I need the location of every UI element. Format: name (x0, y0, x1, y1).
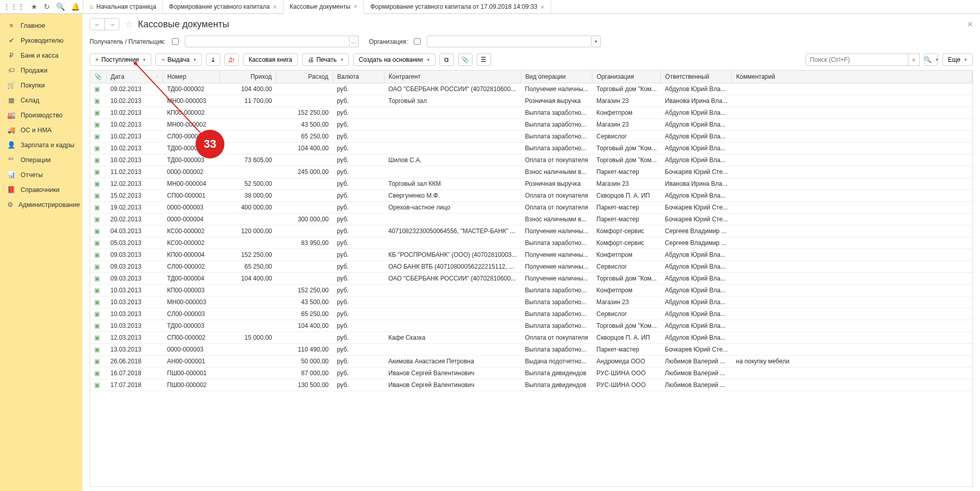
table-row[interactable]: ▣12.02.2013МН00-00000452 500,00руб.Торго… (90, 178, 972, 190)
history-icon[interactable]: ↻ (44, 3, 50, 11)
table-wrap[interactable]: 📎 Дата↓ Номер Приход Расход Валюта Контр… (90, 70, 973, 487)
print-button[interactable]: 🖨 Печать▾ (302, 54, 349, 66)
table-row[interactable]: ▣10.02.2013СЛ00-00000265 250,00руб.Выпла… (90, 131, 972, 143)
table-row[interactable]: ▣11.02.20130000-000002245 000,00руб.Взно… (90, 166, 972, 178)
tab[interactable]: ⌂Начальная страница (83, 0, 163, 13)
sidebar-item[interactable]: ✔Руководителю (0, 33, 82, 48)
table-row[interactable]: ▣10.03.2013МН00-00000343 500,00руб.Выпла… (90, 296, 972, 308)
notifications-icon[interactable]: 🔔 (71, 3, 80, 11)
col-date[interactable]: Дата↓ (107, 71, 163, 83)
table-row[interactable]: ▣10.02.2013ТД00-00000373 605,00руб.Шилов… (90, 154, 972, 166)
table-row[interactable]: ▣20.02.20130000-000004300 000,00руб.Взно… (90, 214, 972, 225)
table-row[interactable]: ▣09.03.2013КП00-000004152 250,00руб.КБ "… (90, 249, 972, 261)
table-row[interactable]: ▣09.02.2013ТД00-000002104 400,00руб.ОАО … (90, 83, 972, 95)
col-attach[interactable]: 📎 (90, 71, 107, 83)
payer-label: Получатель / Плательщик: (90, 38, 166, 45)
col-outcome[interactable]: Расход (276, 71, 333, 83)
sidebar-item[interactable]: 👤Зарплата и кадры (0, 137, 82, 152)
col-organization[interactable]: Организация (592, 71, 661, 83)
sidebar-label: Покупки (21, 82, 45, 89)
receipt-button[interactable]: +Поступление▾ (90, 54, 151, 66)
search-input[interactable] (806, 54, 908, 66)
more-label: Еще (948, 56, 960, 63)
star-icon[interactable]: ☆ (125, 19, 133, 30)
tab[interactable]: Формирование уставного капитала× (163, 0, 283, 13)
sidebar-icon: ₽ (7, 51, 15, 59)
table-row[interactable]: ▣09.03.2013ТД00-000004104 400,00руб.ОАО … (90, 273, 972, 285)
tab-close-icon[interactable]: × (540, 3, 545, 11)
table-row[interactable]: ▣10.03.2013КП00-000003152 250,00руб.Выпл… (90, 285, 972, 296)
attach-button[interactable]: 📎 (458, 54, 472, 66)
sidebar-icon: 🚚 (7, 126, 15, 134)
load-button[interactable]: ⤓ (206, 54, 220, 66)
sidebar-item[interactable]: 🏷Продажи (0, 63, 82, 78)
apps-icon[interactable]: ⋮⋮⋮ (3, 3, 25, 11)
col-operation[interactable]: Вид операции (521, 71, 592, 83)
col-income[interactable]: Приход (220, 71, 276, 83)
more-button[interactable]: Еще▾ (942, 54, 973, 66)
table-row[interactable]: ▣10.02.2013ТД00-000002104 400,00руб.Выпл… (90, 143, 972, 154)
sidebar-item[interactable]: 📊Отчеты (0, 167, 82, 182)
close-page-button[interactable]: × (967, 19, 973, 30)
create-based-button[interactable]: Создать на основании▾ (353, 54, 435, 66)
payer-checkbox[interactable] (172, 38, 179, 45)
doc-status-icon: ▣ (94, 346, 100, 353)
sidebar-item[interactable]: 🛒Покупки (0, 78, 82, 93)
tab[interactable]: Кассовые документы× (284, 0, 364, 14)
table-row[interactable]: ▣13.03.20130000-000003110 490,00руб.Выпл… (90, 344, 972, 356)
table-row[interactable]: ▣05.03.2013КС00-00000283 950,00руб.Выпла… (90, 237, 972, 249)
doc-status-icon: ▣ (94, 239, 100, 247)
sidebar-item[interactable]: ▦Склад (0, 93, 82, 108)
structure-button[interactable]: ⧉ (440, 54, 454, 66)
payer-input[interactable] (185, 36, 349, 47)
tab[interactable]: Формирование уставного капитала от 17.09… (364, 0, 551, 13)
search-clear-button[interactable]: × (908, 54, 920, 66)
payer-more-button[interactable]: … (349, 36, 359, 47)
favorite-icon[interactable]: ★ (31, 3, 38, 11)
sidebar-label: Склад (21, 97, 39, 104)
col-responsible[interactable]: Ответственный (661, 71, 732, 83)
col-agent[interactable]: Контрагент (384, 71, 521, 83)
table-row[interactable]: ▣10.03.2013ТД00-000003104 400,00руб.Выпл… (90, 320, 972, 332)
issue-button[interactable]: −Выдача▾ (155, 54, 202, 66)
sidebar-item[interactable]: 📕Справочники (0, 182, 82, 197)
cashbook-button[interactable]: Кассовая книга (243, 54, 298, 66)
sidebar-item[interactable]: ⚙Администрирование (0, 197, 82, 212)
sidebar-icon: ▦ (7, 96, 15, 104)
dtkt-button[interactable]: Дт (224, 54, 239, 66)
sidebar-icon: 📕 (7, 186, 15, 194)
table-row[interactable]: ▣26.06.2018АН00-00000150 000,00руб.Акимо… (90, 356, 972, 367)
col-currency[interactable]: Валюта (333, 71, 384, 83)
tab-close-icon[interactable]: × (354, 3, 358, 10)
table-row[interactable]: ▣16.07.2018ПШ00-00000187 000,00руб.Ивано… (90, 367, 972, 379)
org-input[interactable] (427, 36, 591, 47)
table-row[interactable]: ▣04.03.2013КС00-000002120 000,00руб.4071… (90, 225, 972, 237)
col-comment[interactable]: Комментарий (732, 71, 972, 83)
sidebar-item[interactable]: 🚚ОС и НМА (0, 122, 82, 137)
table-row[interactable]: ▣17.07.2018ПШ00-000002130 500,00руб.Иван… (90, 379, 972, 391)
tab-close-icon[interactable]: × (273, 3, 277, 11)
sidebar-item[interactable]: ᴬᵏОперации (0, 152, 82, 167)
table-row[interactable]: ▣09.03.2013СЛ00-00000265 250,00руб.ОАО Б… (90, 261, 972, 273)
table-row[interactable]: ▣10.02.2013МН00-00000243 500,00руб.Выпла… (90, 119, 972, 131)
nav-back-button[interactable]: ← (90, 19, 104, 30)
table-row[interactable]: ▣15.02.2013СП00-00000138 000,00руб.Сверг… (90, 190, 972, 202)
table-row[interactable]: ▣12.03.2013СП00-00000215 000,00руб.Кафе … (90, 332, 972, 344)
doc-status-icon: ▣ (94, 97, 100, 104)
sidebar-item[interactable]: ₽Банк и касса (0, 48, 82, 63)
table-row[interactable]: ▣10.03.2013СЛ00-00000365 250,00руб.Выпла… (90, 308, 972, 320)
table-row[interactable]: ▣10.02.2013КП00-000002152 250,00руб.Выпл… (90, 107, 972, 119)
envelope-button[interactable]: ☰ (477, 54, 491, 66)
org-checkbox[interactable] (414, 38, 421, 45)
col-number[interactable]: Номер (163, 71, 220, 83)
table-row[interactable]: ▣10.02.2013МН00-00000311 700,00руб.Торго… (90, 95, 972, 107)
sidebar-item[interactable]: 🏭Производство (0, 108, 82, 122)
sidebar-item[interactable]: ≡Главное (0, 18, 82, 33)
search-global-icon[interactable]: 🔍 (56, 3, 65, 11)
nav-forward-button[interactable]: → (104, 19, 119, 30)
find-button[interactable]: 🔍▾ (924, 54, 938, 66)
table-row[interactable]: ▣19.02.20130000-000003400 000,00руб.Орех… (90, 202, 972, 214)
sidebar-label: Главное (21, 22, 45, 29)
org-dropdown-button[interactable]: ▾ (591, 36, 601, 47)
titlebar: ← → ☆ Кассовые документы × (82, 14, 980, 33)
